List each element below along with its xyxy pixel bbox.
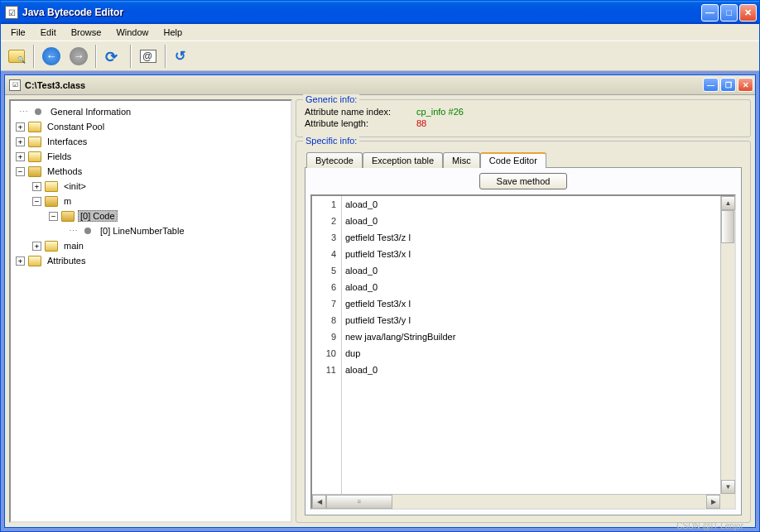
scroll-thumb[interactable] bbox=[721, 210, 734, 243]
document-window: C:\Test3.class — ❐ ✕ ⋯General Informatio… bbox=[4, 74, 756, 528]
right-pane: Generic info: Attribute name index: cp_i… bbox=[296, 99, 751, 523]
bullet-icon bbox=[35, 108, 41, 115]
tree-node-interfaces[interactable]: +Interfaces bbox=[12, 134, 289, 149]
app-icon bbox=[5, 6, 18, 19]
tree-node-general[interactable]: ⋯General Information bbox=[12, 104, 289, 119]
folder-icon bbox=[45, 181, 58, 192]
tab-content: Save method 1234567891011 aload_0aload_0… bbox=[305, 167, 742, 515]
doc-title: C:\Test3.class bbox=[25, 80, 703, 90]
separator bbox=[130, 45, 132, 68]
menu-help[interactable]: Help bbox=[157, 26, 190, 39]
doc-minimize-button[interactable]: — bbox=[703, 78, 719, 92]
doc-content: ⋯General Information +Constant Pool +Int… bbox=[5, 95, 755, 527]
attr-name-value[interactable]: cp_info #26 bbox=[416, 107, 464, 117]
vertical-scrollbar[interactable]: ▲ ▼ bbox=[720, 196, 734, 494]
scroll-down-icon[interactable]: ▼ bbox=[721, 480, 735, 494]
folder-icon bbox=[45, 241, 58, 252]
folder-open-icon bbox=[45, 196, 58, 207]
doc-icon bbox=[9, 79, 21, 91]
expand-icon[interactable]: + bbox=[16, 256, 25, 266]
tree-pane[interactable]: ⋯General Information +Constant Pool +Int… bbox=[9, 99, 292, 523]
tree-node-m[interactable]: −m bbox=[12, 194, 289, 208]
folder-icon bbox=[28, 256, 41, 266]
bullet-icon bbox=[84, 228, 91, 234]
folder-icon bbox=[28, 122, 41, 132]
open-button[interactable] bbox=[4, 44, 29, 69]
collapse-icon[interactable]: − bbox=[49, 212, 58, 221]
attr-len-value: 88 bbox=[416, 118, 426, 128]
tree-node-main[interactable]: +main bbox=[12, 238, 289, 253]
doc-restore-button[interactable]: ❐ bbox=[720, 78, 736, 92]
doc-close-button[interactable]: ✕ bbox=[738, 78, 753, 92]
code-editor[interactable]: 1234567891011 aload_0aload_0getfield Tes… bbox=[310, 194, 736, 510]
tree-node-fields[interactable]: +Fields bbox=[12, 149, 289, 164]
collapse-icon[interactable]: − bbox=[16, 167, 25, 176]
expand-icon[interactable]: + bbox=[32, 182, 41, 191]
refresh-icon: ⟳ bbox=[105, 48, 122, 65]
refresh-button[interactable]: ⟳ bbox=[101, 44, 126, 69]
toolbar: ← → ⟳ ↺ bbox=[1, 41, 759, 71]
close-button[interactable]: ✕ bbox=[739, 4, 757, 22]
separator bbox=[33, 45, 35, 68]
maximize-button[interactable]: □ bbox=[720, 4, 738, 22]
tab-bytecode[interactable]: Bytecode bbox=[306, 152, 363, 168]
line-gutter: 1234567891011 bbox=[312, 196, 341, 508]
tree-node-lnt[interactable]: ⋯[0] LineNumberTable bbox=[12, 223, 289, 238]
back-button[interactable]: ← bbox=[39, 44, 64, 69]
tree-node-init[interactable]: +<init> bbox=[12, 179, 289, 194]
main-window: Java Bytecode Editor — □ ✕ File Edit Bro… bbox=[0, 0, 760, 532]
scroll-thumb[interactable]: ≡ bbox=[326, 495, 392, 509]
watermark: CSDN @IT-Lenjor bbox=[676, 521, 743, 530]
folder-open-icon bbox=[61, 211, 75, 222]
titlebar[interactable]: Java Bytecode Editor — □ ✕ bbox=[1, 1, 759, 24]
open-icon bbox=[8, 50, 25, 63]
expand-icon[interactable]: + bbox=[16, 122, 25, 132]
menubar: File Edit Browse Window Help bbox=[1, 24, 759, 41]
expand-icon[interactable]: + bbox=[16, 152, 25, 161]
tabs: Bytecode Exception table Misc Code Edito… bbox=[305, 151, 742, 167]
menu-file[interactable]: File bbox=[4, 26, 32, 39]
reset-button[interactable]: ↺ bbox=[171, 44, 195, 69]
tree-node-methods[interactable]: −Methods bbox=[12, 164, 289, 179]
tree-node-constant-pool[interactable]: +Constant Pool bbox=[12, 119, 289, 134]
specific-info-legend: Specific info: bbox=[303, 136, 359, 146]
expand-icon[interactable]: + bbox=[32, 242, 41, 251]
scroll-corner bbox=[720, 494, 734, 508]
scroll-right-icon[interactable]: ▶ bbox=[706, 495, 720, 509]
tab-exception[interactable]: Exception table bbox=[363, 152, 443, 168]
folder-icon bbox=[28, 151, 41, 162]
log-icon bbox=[140, 50, 156, 63]
minimize-button[interactable]: — bbox=[701, 4, 719, 22]
attr-len-label: Attribute length: bbox=[305, 118, 416, 128]
back-icon: ← bbox=[42, 47, 60, 65]
save-method-button[interactable]: Save method bbox=[479, 173, 568, 189]
generic-info-panel: Generic info: Attribute name index: cp_i… bbox=[296, 99, 751, 137]
tree-node-attributes[interactable]: +Attributes bbox=[12, 253, 289, 268]
log-button[interactable] bbox=[136, 44, 161, 69]
scroll-up-icon[interactable]: ▲ bbox=[721, 196, 735, 210]
separator bbox=[95, 45, 97, 68]
mdi-area: C:\Test3.class — ❐ ✕ ⋯General Informatio… bbox=[1, 71, 759, 531]
menu-edit[interactable]: Edit bbox=[34, 26, 63, 39]
undo-icon: ↺ bbox=[175, 48, 191, 65]
forward-icon: → bbox=[70, 47, 88, 65]
doc-titlebar[interactable]: C:\Test3.class — ❐ ✕ bbox=[5, 75, 755, 95]
collapse-icon[interactable]: − bbox=[32, 197, 41, 206]
forward-button[interactable]: → bbox=[66, 44, 91, 69]
menu-window[interactable]: Window bbox=[109, 26, 155, 39]
generic-info-legend: Generic info: bbox=[303, 94, 359, 104]
attr-name-label: Attribute name index: bbox=[305, 107, 416, 117]
tree-node-code0[interactable]: −[0] Code bbox=[12, 208, 289, 223]
menu-browse[interactable]: Browse bbox=[65, 26, 108, 39]
scroll-left-icon[interactable]: ◀ bbox=[312, 495, 326, 509]
window-title: Java Bytecode Editor bbox=[22, 7, 701, 18]
horizontal-scrollbar[interactable]: ◀ ≡ ▶ bbox=[312, 494, 720, 508]
separator bbox=[165, 45, 166, 68]
folder-icon bbox=[28, 137, 41, 147]
tab-code-editor[interactable]: Code Editor bbox=[480, 152, 546, 168]
expand-icon[interactable]: + bbox=[16, 137, 25, 146]
specific-info-panel: Specific info: Bytecode Exception table … bbox=[296, 141, 751, 523]
folder-open-icon bbox=[28, 166, 41, 177]
tab-misc[interactable]: Misc bbox=[443, 152, 480, 168]
code-lines[interactable]: aload_0aload_0getfield Test3/z Iputfield… bbox=[341, 196, 734, 508]
